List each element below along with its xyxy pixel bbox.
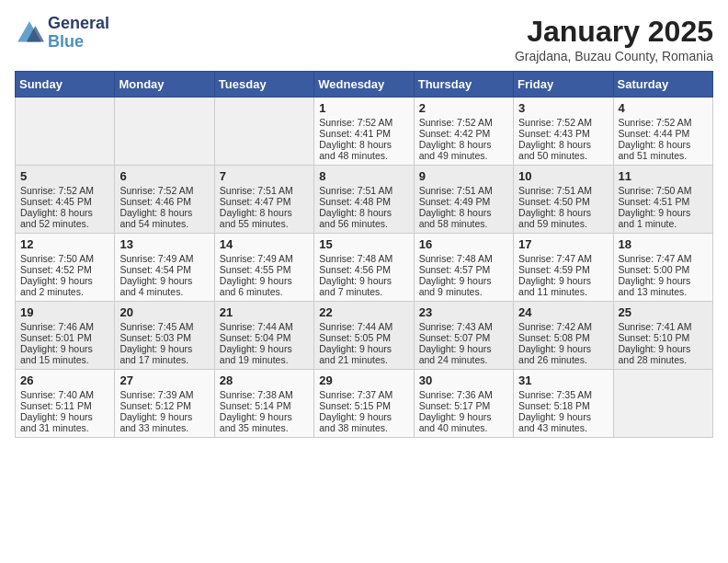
cell-content: Sunset: 5:03 PM [119,332,209,343]
day-number: 6 [119,169,209,183]
calendar-cell [115,98,214,166]
calendar-cell: 27Sunrise: 7:39 AMSunset: 5:12 PMDayligh… [115,370,214,438]
cell-content: Sunset: 4:55 PM [220,264,309,275]
calendar-cell: 4Sunrise: 7:52 AMSunset: 4:44 PMDaylight… [613,98,712,166]
calendar-cell: 29Sunrise: 7:37 AMSunset: 5:15 PMDayligh… [314,370,414,438]
day-number: 13 [119,237,209,251]
day-number: 31 [518,373,608,387]
cell-content: Sunset: 4:50 PM [518,196,608,207]
cell-content: Daylight: 9 hours and 4 minutes. [119,275,209,297]
cell-content: Daylight: 8 hours and 54 minutes. [119,207,209,229]
cell-content: Sunrise: 7:35 AM [518,389,608,400]
day-number: 8 [319,169,408,183]
cell-content: Daylight: 9 hours and 11 minutes. [518,275,608,297]
cell-content: Sunrise: 7:51 AM [220,185,309,196]
day-number: 7 [220,169,309,183]
cell-content: Sunrise: 7:51 AM [419,185,508,196]
day-number: 27 [119,373,209,387]
calendar-cell: 16Sunrise: 7:48 AMSunset: 4:57 PMDayligh… [414,234,513,302]
calendar-cell: 30Sunrise: 7:36 AMSunset: 5:17 PMDayligh… [414,370,513,438]
calendar-cell [16,98,115,166]
cell-content: Daylight: 8 hours and 52 minutes. [20,207,109,229]
cell-content: Sunrise: 7:50 AM [20,253,109,264]
calendar-day-header: Wednesday [314,72,414,98]
cell-content: Sunset: 4:47 PM [220,196,309,207]
day-number: 28 [220,373,309,387]
day-number: 29 [319,373,408,387]
cell-content: Daylight: 9 hours and 43 minutes. [518,411,608,433]
day-number: 16 [419,237,508,251]
cell-content: Sunset: 4:44 PM [619,128,708,139]
calendar-cell: 15Sunrise: 7:48 AMSunset: 4:56 PMDayligh… [314,234,414,302]
cell-content: Daylight: 9 hours and 28 minutes. [619,343,708,365]
logo-icon [15,18,44,48]
cell-content: Daylight: 9 hours and 33 minutes. [119,411,209,433]
cell-content: Daylight: 9 hours and 13 minutes. [619,275,708,297]
cell-content: Sunset: 5:07 PM [419,332,508,343]
cell-content: Sunset: 5:12 PM [119,400,209,411]
day-number: 25 [619,305,708,319]
calendar-cell: 2Sunrise: 7:52 AMSunset: 4:42 PMDaylight… [414,98,513,166]
cell-content: Sunset: 5:17 PM [419,400,508,411]
calendar-week-row: 12Sunrise: 7:50 AMSunset: 4:52 PMDayligh… [16,234,713,302]
cell-content: Sunset: 4:51 PM [619,196,708,207]
cell-content: Daylight: 9 hours and 9 minutes. [419,275,508,297]
cell-content: Daylight: 8 hours and 55 minutes. [220,207,309,229]
cell-content: Sunset: 5:05 PM [319,332,408,343]
calendar-cell: 13Sunrise: 7:49 AMSunset: 4:54 PMDayligh… [115,234,214,302]
cell-content: Sunrise: 7:41 AM [619,321,708,332]
cell-content: Sunrise: 7:52 AM [518,117,608,128]
cell-content: Sunset: 5:10 PM [619,332,708,343]
cell-content: Daylight: 8 hours and 58 minutes. [419,207,508,229]
cell-content: Sunrise: 7:38 AM [220,389,309,400]
cell-content: Sunrise: 7:43 AM [419,321,508,332]
title-block: January 2025 Grajdana, Buzau County, Rom… [515,15,713,63]
cell-content: Daylight: 9 hours and 21 minutes. [319,343,408,365]
cell-content: Daylight: 9 hours and 26 minutes. [518,343,608,365]
cell-content: Daylight: 9 hours and 15 minutes. [20,343,109,365]
cell-content: Daylight: 9 hours and 40 minutes. [419,411,508,433]
day-number: 17 [518,237,608,251]
calendar-cell: 22Sunrise: 7:44 AMSunset: 5:05 PMDayligh… [314,302,414,370]
cell-content: Sunset: 4:59 PM [518,264,608,275]
calendar-cell: 17Sunrise: 7:47 AMSunset: 4:59 PMDayligh… [514,234,613,302]
calendar-cell: 6Sunrise: 7:52 AMSunset: 4:46 PMDaylight… [115,166,214,234]
cell-content: Daylight: 9 hours and 2 minutes. [20,275,109,297]
cell-content: Sunset: 4:49 PM [419,196,508,207]
day-number: 15 [319,237,408,251]
page-header: General Blue January 2025 Grajdana, Buza… [15,15,713,63]
cell-content: Sunset: 5:00 PM [619,264,708,275]
calendar-cell: 23Sunrise: 7:43 AMSunset: 5:07 PMDayligh… [414,302,513,370]
calendar-cell: 21Sunrise: 7:44 AMSunset: 5:04 PMDayligh… [214,302,313,370]
calendar-cell: 7Sunrise: 7:51 AMSunset: 4:47 PMDaylight… [214,166,313,234]
cell-content: Sunrise: 7:52 AM [119,185,209,196]
calendar-day-header: Sunday [16,72,115,98]
day-number: 21 [220,305,309,319]
cell-content: Sunrise: 7:36 AM [419,389,508,400]
cell-content: Sunrise: 7:49 AM [220,253,309,264]
calendar-cell: 28Sunrise: 7:38 AMSunset: 5:14 PMDayligh… [214,370,313,438]
cell-content: Sunrise: 7:44 AM [319,321,408,332]
calendar-cell: 12Sunrise: 7:50 AMSunset: 4:52 PMDayligh… [16,234,115,302]
cell-content: Sunrise: 7:51 AM [319,185,408,196]
calendar-day-header: Saturday [613,72,712,98]
cell-content: Daylight: 8 hours and 56 minutes. [319,207,408,229]
cell-content: Daylight: 8 hours and 48 minutes. [319,139,408,161]
cell-content: Sunset: 4:48 PM [319,196,408,207]
day-number: 30 [419,373,508,387]
cell-content: Daylight: 8 hours and 51 minutes. [619,139,708,161]
cell-content: Sunrise: 7:52 AM [419,117,508,128]
day-number: 10 [518,169,608,183]
cell-content: Sunset: 4:52 PM [20,264,109,275]
cell-content: Sunrise: 7:52 AM [619,117,708,128]
cell-content: Sunrise: 7:46 AM [20,321,109,332]
cell-content: Daylight: 9 hours and 35 minutes. [220,411,309,433]
cell-content: Sunset: 5:08 PM [518,332,608,343]
cell-content: Sunrise: 7:42 AM [518,321,608,332]
cell-content: Sunrise: 7:48 AM [319,253,408,264]
calendar-cell: 11Sunrise: 7:50 AMSunset: 4:51 PMDayligh… [613,166,712,234]
day-number: 18 [619,237,708,251]
day-number: 4 [619,101,708,115]
calendar-week-row: 1Sunrise: 7:52 AMSunset: 4:41 PMDaylight… [16,98,713,166]
calendar-cell: 1Sunrise: 7:52 AMSunset: 4:41 PMDaylight… [314,98,414,166]
